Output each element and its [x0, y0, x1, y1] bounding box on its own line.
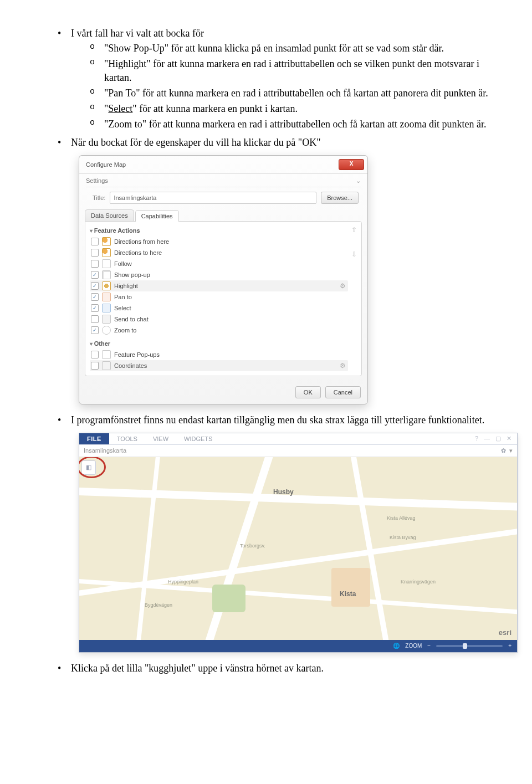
route-icon: [102, 237, 111, 246]
document-title: Insamlingskarta: [84, 447, 126, 454]
title-label: Title:: [93, 194, 105, 201]
zoom-icon: [102, 326, 111, 335]
checkbox[interactable]: [91, 351, 99, 358]
gear-icon[interactable]: ✿: [501, 447, 506, 454]
pan-icon: [102, 293, 111, 301]
row-highlight[interactable]: Highlight ⚙: [90, 280, 348, 291]
bullet-programwindow: I programfönstret finns nu endast kartan…: [55, 414, 493, 426]
annotation-circle: [79, 457, 106, 478]
row-directions-from[interactable]: Directions from here: [90, 236, 348, 247]
minimize-icon[interactable]: —: [484, 435, 490, 442]
popup-icon: [102, 270, 111, 279]
checkbox[interactable]: [91, 282, 99, 290]
zoom-plus[interactable]: +: [508, 643, 511, 649]
row-feature-popups[interactable]: Feature Pop-ups: [90, 349, 348, 360]
row-send-chat[interactable]: Send to chat: [90, 314, 348, 325]
checkbox[interactable]: [91, 326, 99, 334]
maximize-icon[interactable]: ▢: [495, 435, 501, 442]
sub-select: "Select" för att kunna markera en punkt …: [90, 102, 493, 115]
highlight-icon: [102, 281, 111, 290]
group-other: Other: [90, 340, 348, 347]
bullet-intro: I vårt fall har vi valt att bocka för "S…: [55, 28, 493, 131]
chat-icon: [102, 315, 111, 324]
menu-tools[interactable]: TOOLS: [109, 433, 145, 444]
close-icon[interactable]: X: [339, 159, 364, 170]
bullet-ok: När du bockat för de egenskaper du vill …: [55, 137, 493, 148]
map-label: Kista Allévag: [387, 515, 416, 521]
checkbox[interactable]: [91, 271, 99, 279]
chevron-down-icon[interactable]: ▾: [509, 447, 513, 454]
help-icon[interactable]: ?: [475, 435, 478, 442]
row-select[interactable]: Select: [90, 303, 348, 314]
row-follow[interactable]: Follow: [90, 258, 348, 269]
dialog-title: Configure Map: [86, 161, 126, 168]
map-label: Torsborgsv.: [240, 543, 265, 549]
bullet-cogwheel: Klicka på det lilla "kugghjulet" uppe i …: [55, 663, 493, 674]
checkbox[interactable]: [91, 304, 99, 312]
text: I vårt fall har vi valt att bocka för: [71, 28, 204, 39]
sub-highlight: "Highlight" för att kunna markera en rad…: [90, 57, 493, 84]
move-up-icon[interactable]: ⇧: [351, 226, 357, 234]
row-zoom-to[interactable]: Zoom to: [90, 325, 348, 336]
map-label: Hyppingeplan: [168, 579, 198, 585]
cancel-button[interactable]: Cancel: [325, 386, 361, 398]
map-label: Bygdévägen: [145, 602, 172, 608]
app-window: FILE TOOLS VIEW WIDGETS ? — ▢ ✕ Insamlin…: [79, 433, 518, 653]
zoom-out-icon[interactable]: 🌐: [393, 643, 400, 649]
menubar: FILE TOOLS VIEW WIDGETS ? — ▢ ✕: [79, 433, 517, 445]
group-feature-actions: Feature Actions: [90, 227, 348, 234]
select-icon: [102, 304, 111, 312]
menu-widgets[interactable]: WIDGETS: [176, 433, 220, 444]
checkbox[interactable]: [91, 238, 99, 245]
move-down-icon[interactable]: ⇩: [351, 250, 357, 258]
configure-map-dialog: Configure Map X Settings ⌄ Title: Browse…: [79, 155, 368, 404]
menu-view[interactable]: VIEW: [145, 433, 176, 444]
browse-button[interactable]: Browse...: [321, 192, 359, 204]
checkbox[interactable]: [91, 362, 99, 370]
status-bar: 🌐 ZOOM − +: [79, 640, 517, 652]
coordinates-icon: [102, 361, 111, 370]
title-input[interactable]: [110, 192, 316, 204]
route-icon: [102, 248, 111, 257]
zoom-label: ZOOM: [405, 643, 422, 649]
settings-label: Settings: [86, 177, 108, 184]
map-canvas[interactable]: Husby Kista Kista Allévag Kista Byväg To…: [79, 457, 517, 640]
row-directions-to[interactable]: Directions to here: [90, 247, 348, 258]
map-label: Knarringsvägen: [401, 579, 436, 585]
chevron-down-icon[interactable]: ⌄: [356, 177, 361, 185]
popup-icon: [102, 350, 111, 359]
sub-zoomto: "Zoom to" för att kunna markera en rad i…: [90, 117, 493, 131]
checkbox[interactable]: [91, 293, 99, 301]
row-coordinates[interactable]: Coordinates ⚙: [90, 360, 348, 371]
checkbox[interactable]: [91, 249, 99, 257]
tab-capabilities[interactable]: Capabilities: [135, 210, 179, 222]
menu-file[interactable]: FILE: [79, 433, 109, 444]
map-label-kista: Kista: [340, 590, 356, 598]
esri-logo: esri: [499, 628, 511, 637]
sub-popup: "Show Pop-Up" för att kunna klicka på en…: [90, 42, 493, 55]
ok-button[interactable]: OK: [295, 386, 321, 398]
gear-icon[interactable]: ⚙: [340, 282, 346, 290]
gear-icon[interactable]: ⚙: [340, 362, 346, 370]
map-label: Kista Byväg: [390, 535, 416, 540]
tab-data-sources[interactable]: Data Sources: [85, 209, 134, 221]
zoom-minus[interactable]: −: [427, 643, 431, 649]
map-label-husby: Husby: [273, 488, 294, 496]
close-icon[interactable]: ✕: [507, 435, 511, 442]
zoom-slider[interactable]: [436, 645, 503, 647]
row-pan-to[interactable]: Pan to: [90, 291, 348, 303]
sub-panto: "Pan To" för att kunna markera en rad i …: [90, 86, 493, 100]
follow-icon: [102, 259, 111, 268]
row-show-popup[interactable]: Show pop-up: [90, 269, 348, 280]
checkbox[interactable]: [91, 315, 99, 323]
checkbox[interactable]: [91, 260, 99, 268]
